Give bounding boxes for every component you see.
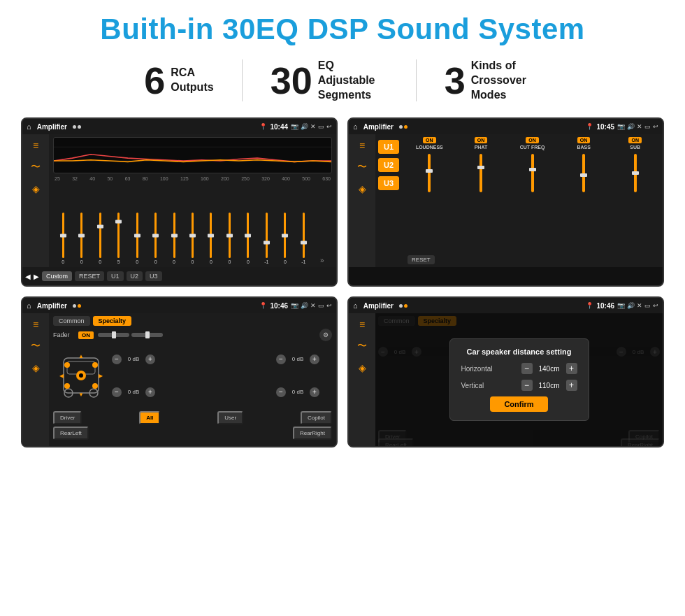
screen4-bg: Common Specialty − 0 dB + − 0 dB xyxy=(375,313,663,446)
u3-btn[interactable]: U3 xyxy=(145,271,162,281)
phat-slider[interactable] xyxy=(480,154,482,192)
home-icon-2[interactable]: ⌂ xyxy=(353,122,358,131)
rect-icon-4: ▭ xyxy=(644,302,651,309)
u2-btn[interactable]: U2 xyxy=(127,271,143,281)
eq-icon[interactable]: ≡ xyxy=(33,140,38,151)
eq-track-11[interactable] xyxy=(247,213,249,258)
eq-track-2[interactable] xyxy=(80,213,82,258)
vol-minus-bl[interactable]: − xyxy=(112,387,122,397)
eq-val-2: 0 xyxy=(80,259,83,264)
back-icon-2[interactable]: ↩ xyxy=(653,123,658,130)
custom-btn[interactable]: Custom xyxy=(42,271,72,281)
home-icon-3[interactable]: ⌂ xyxy=(27,301,31,310)
back-icon-4[interactable]: ↩ xyxy=(653,302,658,309)
eq-track-1[interactable] xyxy=(62,213,64,258)
home-icon-4[interactable]: ⌂ xyxy=(353,301,358,310)
screen1-time: 10:44 xyxy=(270,123,288,131)
freq-400: 400 xyxy=(282,176,290,181)
eq-track-10[interactable] xyxy=(229,213,231,258)
cutfreq-toggle[interactable]: ON xyxy=(526,137,539,143)
eq-track-13[interactable] xyxy=(284,213,286,258)
loudness-slider[interactable] xyxy=(428,154,431,192)
tab-common[interactable]: Common xyxy=(53,316,90,326)
screen2-body: ≡ 〜 ◈ U1 U2 U3 ON LOUDNESS xyxy=(349,134,663,267)
u3-btn-cross[interactable]: U3 xyxy=(378,176,399,190)
screen-eq: ⌂ Amplifier 📍 10:44 📷 🔊 ✕ ▭ ↩ ≡ 〜 xyxy=(21,117,338,287)
eq-track-9[interactable] xyxy=(210,213,212,258)
confirm-button[interactable]: Confirm xyxy=(490,396,547,412)
eq-icon-3[interactable]: ≡ xyxy=(33,319,38,330)
driver-btn[interactable]: Driver xyxy=(53,411,82,424)
vol-ctrl-tr: − 0 dB + xyxy=(276,344,332,374)
fader-toggle[interactable]: ON xyxy=(78,331,94,339)
eq-track-5[interactable] xyxy=(136,213,138,258)
eq-val-4: 5 xyxy=(117,259,120,264)
screen3-status-icons: 📷 🔊 ✕ ▭ ↩ xyxy=(291,302,332,309)
speaker-icon-4[interactable]: ◈ xyxy=(359,362,366,373)
reset-btn[interactable]: RESET xyxy=(75,271,104,281)
vol-plus-tl[interactable]: + xyxy=(145,354,155,364)
eq-track-14[interactable] xyxy=(303,213,305,258)
copilot-btn[interactable]: Copilot xyxy=(301,411,332,424)
vertical-minus[interactable]: − xyxy=(521,380,533,391)
speaker-icon[interactable]: ◈ xyxy=(32,183,40,194)
eq-track-8[interactable] xyxy=(192,213,194,258)
stat-eq-number: 30 xyxy=(271,62,312,99)
expand-icon[interactable]: » xyxy=(320,257,324,264)
rearleft-btn[interactable]: RearLeft xyxy=(53,427,89,440)
back-icon-3[interactable]: ↩ xyxy=(326,302,332,309)
home-icon[interactable]: ⌂ xyxy=(27,122,31,131)
vol-plus-bl[interactable]: + xyxy=(145,387,155,397)
speaker-icon-2[interactable]: ◈ xyxy=(359,183,366,194)
vol-minus-tl[interactable]: − xyxy=(112,354,122,364)
crossover-reset-btn[interactable]: RESET xyxy=(408,255,435,264)
eq-icon-4[interactable]: ≡ xyxy=(359,319,365,330)
vertical-plus[interactable]: + xyxy=(566,380,577,391)
svg-text:▼: ▼ xyxy=(78,392,84,398)
wave-icon-4[interactable]: 〜 xyxy=(357,340,367,352)
all-btn[interactable]: All xyxy=(139,411,160,424)
prev-btn[interactable]: ◀ xyxy=(25,273,31,280)
vol-plus-br[interactable]: + xyxy=(310,387,319,397)
eq-track-3[interactable] xyxy=(99,213,101,258)
sub-slider[interactable] xyxy=(634,154,637,192)
cutfreq-slider[interactable] xyxy=(531,154,534,192)
eq-track-6[interactable] xyxy=(154,213,157,258)
back-icon[interactable]: ↩ xyxy=(326,123,332,130)
eq-slider-2: 0 xyxy=(73,213,89,264)
user-btn[interactable]: User xyxy=(217,411,243,424)
wave-icon-2[interactable]: 〜 xyxy=(357,161,367,173)
eq-icon-2[interactable]: ≡ xyxy=(359,140,365,151)
u1-btn-cross[interactable]: U1 xyxy=(378,140,399,154)
eq-track-7[interactable] xyxy=(173,213,175,258)
wave-icon-3[interactable]: 〜 xyxy=(31,340,41,352)
settings-icon[interactable]: ⚙ xyxy=(319,329,332,341)
u1-btn[interactable]: U1 xyxy=(107,271,124,281)
horizontal-plus[interactable]: + xyxy=(566,363,577,374)
vol-minus-br[interactable]: − xyxy=(276,387,286,397)
eq-track-4[interactable] xyxy=(117,213,120,258)
sub-toggle[interactable]: ON xyxy=(628,137,642,143)
u2-btn-cross[interactable]: U2 xyxy=(378,158,399,172)
phat-toggle[interactable]: ON xyxy=(475,137,488,143)
rearright-btn[interactable]: RearRight xyxy=(293,427,332,440)
screen1-status-icons: 📷 🔊 ✕ ▭ ↩ xyxy=(291,123,332,130)
bass-toggle[interactable]: ON xyxy=(577,137,591,143)
eq-track-12[interactable] xyxy=(266,213,268,258)
eq-slider-9: 0 xyxy=(203,213,219,264)
fader-track-2[interactable] xyxy=(131,333,163,337)
vol-plus-tr[interactable]: + xyxy=(310,354,319,364)
bass-slider[interactable] xyxy=(582,154,585,192)
fader-track-1[interactable] xyxy=(98,333,129,337)
horizontal-minus[interactable]: − xyxy=(521,363,533,374)
location-icon-3: 📍 xyxy=(259,302,267,309)
stat-rca: 6 RCAOutputs xyxy=(116,62,241,99)
vol-minus-tr[interactable]: − xyxy=(276,354,286,364)
speaker-icon-3[interactable]: ◈ xyxy=(32,362,40,373)
wave-icon[interactable]: 〜 xyxy=(31,161,41,173)
svg-point-8 xyxy=(92,362,98,368)
svg-point-12 xyxy=(79,373,83,378)
loudness-toggle[interactable]: ON xyxy=(423,137,436,143)
play-btn[interactable]: ▶ xyxy=(34,273,39,280)
tab-specialty[interactable]: Specialty xyxy=(93,316,132,326)
